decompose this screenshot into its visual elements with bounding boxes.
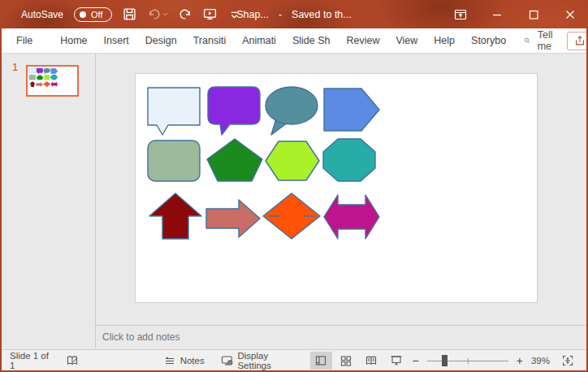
slide-sorter-button[interactable] — [335, 352, 357, 370]
tab-help[interactable]: Help — [426, 28, 463, 53]
fit-to-window-button[interactable] — [556, 352, 578, 370]
undo-dropdown-caret-icon — [162, 12, 168, 16]
maximize-button[interactable] — [515, 0, 551, 28]
ribbon-display-options-icon — [454, 8, 467, 21]
slide-sorter-icon — [339, 354, 352, 367]
notes-splitter[interactable] — [96, 325, 586, 326]
proofing-button[interactable] — [61, 350, 84, 370]
slide-indicator[interactable]: Slide 1 of 1 — [2, 350, 61, 370]
display-settings-label: Display Settings — [237, 351, 303, 370]
shape-diamond[interactable] — [262, 192, 321, 240]
window-border-left — [0, 28, 2, 372]
autosave-state-label: Off — [91, 10, 102, 19]
maximize-icon — [527, 8, 540, 21]
tell-me-search[interactable]: Tell me — [514, 29, 567, 52]
undo-button[interactable] — [147, 7, 168, 21]
minimize-icon — [491, 8, 504, 21]
title-separator: - — [279, 9, 282, 20]
document-name: Shap... — [236, 9, 269, 20]
start-slideshow-icon[interactable] — [203, 7, 217, 21]
zoom-level[interactable]: 39% — [526, 356, 555, 366]
tab-review[interactable]: Review — [338, 28, 387, 53]
tab-transitions[interactable]: Transiti — [185, 28, 235, 53]
slideshow-view-button[interactable] — [386, 352, 408, 370]
tell-me-label: Tell me — [538, 29, 557, 52]
shape-rectangular-callout-mini — [29, 68, 36, 75]
reading-view-button[interactable] — [361, 352, 383, 370]
notes-toggle-label: Notes — [180, 356, 205, 366]
tab-storyboarding[interactable]: Storybo — [463, 28, 514, 53]
shape-hexagon[interactable] — [265, 141, 320, 181]
shape-right-arrow[interactable] — [205, 199, 261, 238]
workspace: 1 Click to add notes — [2, 54, 586, 348]
slide-thumbnail-panel: 1 — [2, 54, 96, 348]
shape-hexagon-mini — [44, 75, 50, 80]
tab-design[interactable]: Design — [137, 28, 185, 53]
title-bar: AutoSave Off Shap... - Save — [0, 0, 588, 28]
display-settings-icon — [221, 354, 234, 367]
shape-up-arrow[interactable] — [149, 192, 202, 240]
ribbon-tab-bar: File Home Insert Design Transiti Animati… — [2, 28, 586, 54]
zoom-in-button[interactable]: + — [513, 354, 526, 367]
proofing-book-icon — [66, 354, 79, 367]
shape-pentagon-arrow-mini — [51, 68, 58, 74]
tab-insert[interactable]: Insert — [96, 28, 137, 53]
reading-view-icon — [365, 354, 378, 367]
shape-octagon[interactable] — [322, 138, 376, 182]
shape-rounded-rectangular-callout[interactable] — [207, 86, 261, 136]
display-settings-button[interactable]: Display Settings — [216, 350, 309, 370]
close-button[interactable] — [551, 0, 588, 28]
undo-icon — [147, 7, 161, 21]
notes-placeholder[interactable]: Click to add notes — [102, 331, 179, 343]
share-button[interactable] — [567, 32, 588, 50]
tab-slide-show[interactable]: Slide Sh — [284, 28, 339, 53]
notes-icon — [163, 354, 176, 367]
shape-left-right-arrow-mini — [51, 81, 58, 87]
slide-editing-area[interactable] — [135, 73, 538, 303]
shape-up-arrow-mini — [29, 81, 36, 87]
zoom-slider-midpoint-tick — [468, 358, 469, 364]
zoom-out-button[interactable]: − — [409, 354, 422, 367]
search-icon — [524, 35, 531, 46]
ribbon-display-options-button[interactable] — [442, 0, 478, 28]
close-icon — [564, 8, 577, 21]
shape-pentagon[interactable] — [206, 138, 263, 182]
notes-toggle-button[interactable]: Notes — [158, 350, 210, 370]
tab-home[interactable]: Home — [52, 28, 95, 53]
shape-left-right-arrow[interactable] — [323, 194, 380, 240]
shape-right-arrow-mini — [37, 82, 43, 87]
share-icon — [574, 35, 586, 46]
slide-thumbnail[interactable] — [26, 65, 79, 97]
shape-oval-callout[interactable] — [265, 86, 318, 136]
window-title: Shap... - Saved to th... — [236, 0, 351, 28]
tab-view[interactable]: View — [387, 28, 426, 53]
shape-rounded-rectangular-callout-mini — [37, 68, 43, 75]
tab-file[interactable]: File — [8, 28, 41, 53]
shape-rectangular-callout[interactable] — [147, 87, 201, 137]
shape-pentagon-arrow[interactable] — [323, 88, 380, 132]
shape-rounded-rectangle[interactable] — [147, 140, 201, 182]
normal-view-icon — [314, 354, 327, 367]
shape-rounded-rectangle-mini — [29, 75, 36, 80]
shape-pentagon-mini — [37, 75, 44, 80]
zoom-slider[interactable] — [427, 355, 508, 366]
shape-octagon-mini — [50, 75, 57, 80]
slide-thumbnail-number: 1 — [12, 61, 18, 73]
save-icon[interactable] — [123, 7, 136, 21]
tab-animations[interactable]: Animati — [234, 28, 284, 53]
slideshow-view-icon — [390, 354, 403, 367]
normal-view-button[interactable] — [310, 352, 332, 370]
shape-diamond-mini — [43, 81, 50, 87]
autosave-toggle-knob — [80, 11, 86, 18]
redo-icon[interactable] — [179, 7, 192, 21]
saved-status: Saved to th... — [292, 9, 352, 20]
autosave-toggle[interactable]: Off — [74, 7, 111, 22]
autosave-label: AutoSave — [21, 9, 63, 20]
shape-oval-callout-mini — [44, 68, 50, 75]
status-bar: Slide 1 of 1 Notes Display Settings — [2, 349, 586, 370]
fit-to-window-icon — [561, 354, 574, 367]
zoom-slider-thumb[interactable] — [442, 355, 447, 366]
minimize-button[interactable] — [478, 0, 515, 28]
